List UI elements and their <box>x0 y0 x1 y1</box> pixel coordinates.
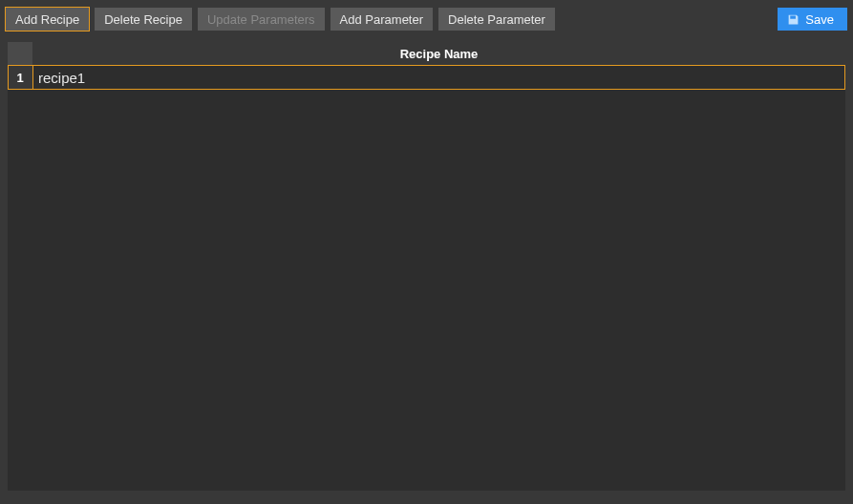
toolbar: Add Recipe Delete Recipe Update Paramete… <box>0 0 853 38</box>
row-number: 1 <box>8 65 32 90</box>
table-row[interactable]: 1 recipe1 <box>8 65 845 90</box>
save-icon <box>787 13 800 26</box>
recipe-table: Recipe Name 1 recipe1 <box>8 42 845 491</box>
column-header-recipe-name[interactable]: Recipe Name <box>32 42 845 65</box>
add-recipe-button[interactable]: Add Recipe <box>6 8 89 31</box>
update-parameters-button: Update Parameters <box>198 8 325 31</box>
table-header: Recipe Name <box>8 42 845 65</box>
table-body: 1 recipe1 <box>8 65 845 90</box>
table-corner <box>8 42 32 65</box>
cell-recipe-name[interactable]: recipe1 <box>32 65 845 90</box>
save-button[interactable]: Save <box>778 8 847 31</box>
delete-recipe-button[interactable]: Delete Recipe <box>95 8 192 31</box>
save-button-label: Save <box>805 12 834 27</box>
delete-parameter-button[interactable]: Delete Parameter <box>438 8 555 31</box>
add-parameter-button[interactable]: Add Parameter <box>331 8 433 31</box>
